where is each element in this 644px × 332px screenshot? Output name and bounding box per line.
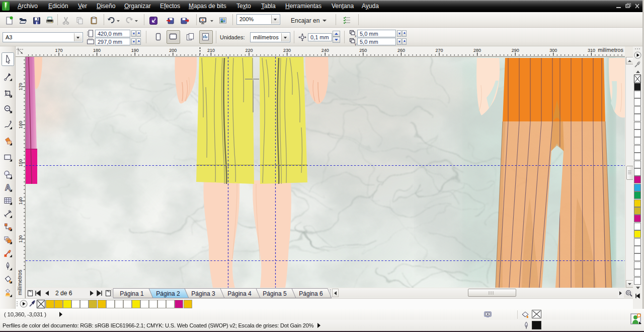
svg-text:220: 220 xyxy=(245,48,253,53)
svg-text:140: 140 xyxy=(18,197,23,205)
svg-text:200: 200 xyxy=(169,48,177,53)
svg-text:170: 170 xyxy=(18,83,23,90)
svg-text:290: 290 xyxy=(512,48,519,53)
svg-text:310: 310 xyxy=(588,48,595,53)
svg-text:milímetros: milímetros xyxy=(598,47,623,53)
svg-text:x: x xyxy=(355,34,357,38)
svg-text:150: 150 xyxy=(18,159,23,167)
svg-text:Página 5: Página 5 xyxy=(263,290,287,297)
svg-text:Página 4: Página 4 xyxy=(227,290,252,297)
svg-text:180: 180 xyxy=(93,48,101,53)
svg-text:Página 6: Página 6 xyxy=(299,290,323,297)
svg-text:Página 3: Página 3 xyxy=(191,290,215,297)
svg-text:280: 280 xyxy=(473,48,481,53)
svg-text:300: 300 xyxy=(549,48,557,53)
svg-text:210: 210 xyxy=(207,48,215,53)
svg-text:250: 250 xyxy=(359,48,367,53)
svg-text:milímetros: milímetros xyxy=(17,270,23,295)
svg-text:240: 240 xyxy=(321,48,329,53)
svg-text:270: 270 xyxy=(435,48,443,53)
svg-text:A: A xyxy=(5,183,11,192)
svg-text:Página 2: Página 2 xyxy=(156,290,180,297)
svg-text:130: 130 xyxy=(18,235,23,243)
svg-text:230: 230 xyxy=(283,48,291,53)
svg-text:y: y xyxy=(355,42,357,46)
svg-text:260: 260 xyxy=(397,48,405,53)
svg-text:170: 170 xyxy=(55,48,62,53)
svg-text:Página 1: Página 1 xyxy=(120,290,144,297)
svg-text:160: 160 xyxy=(18,121,23,128)
svg-text:190: 190 xyxy=(131,48,139,53)
